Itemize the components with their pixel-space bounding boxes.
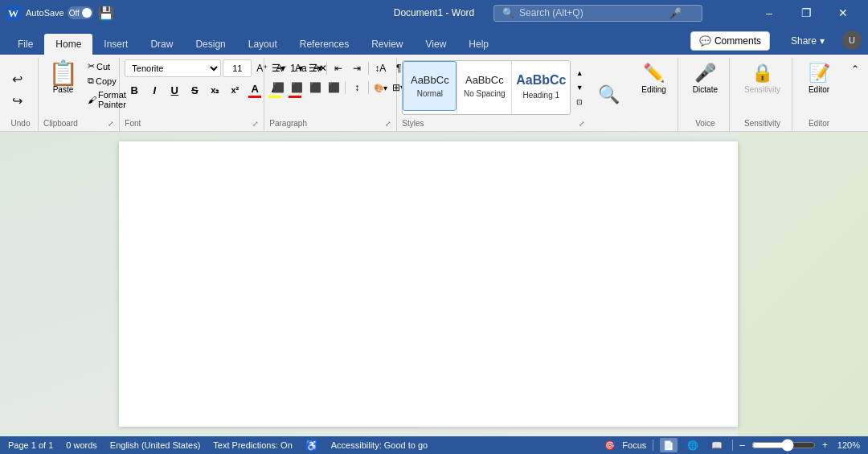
redo-button[interactable]: ↪ (8, 91, 27, 111)
tab-references[interactable]: References (289, 34, 360, 55)
document-area (0, 132, 868, 436)
style-normal[interactable]: AaBbCc Normal (403, 61, 457, 111)
autosave-label: AutoSave (26, 8, 64, 18)
tab-insert[interactable]: Insert (92, 34, 139, 55)
accessibility-status[interactable]: Accessibility: Good to go (331, 440, 428, 450)
editing-button[interactable]: ✏️ Editing (635, 59, 673, 97)
clipboard-expand-icon[interactable]: ⤢ (108, 120, 114, 128)
tab-file[interactable]: File (6, 34, 44, 55)
search-icon: 🔍 (502, 7, 514, 18)
para-divider4 (368, 81, 369, 94)
increase-indent-button[interactable]: ⇥ (348, 59, 366, 77)
shading-button[interactable]: 🎨▾ (371, 79, 389, 96)
microphone-icon[interactable]: 🎤 (669, 7, 682, 19)
paste-button[interactable]: 📋 Paste (43, 59, 83, 96)
comments-label: Comments (714, 35, 761, 47)
strikethrough-button[interactable]: S (185, 80, 204, 100)
subscript-button[interactable]: x₂ (205, 80, 224, 100)
tab-home[interactable]: Home (44, 34, 92, 55)
text-predictions[interactable]: Text Predictions: On (213, 440, 292, 450)
multilevel-button[interactable]: ☰▾ (306, 59, 324, 77)
editor-group-label: Editor (800, 117, 837, 131)
paste-icon: 📋 (48, 61, 78, 85)
align-right-button[interactable]: ⬛ (306, 79, 324, 96)
restore-button[interactable]: ❐ (788, 0, 825, 26)
tab-review[interactable]: Review (360, 34, 414, 55)
minimize-button[interactable]: – (751, 0, 788, 26)
tab-view[interactable]: View (415, 34, 458, 55)
ribbon-tabs: File Home Insert Draw Design Layout Refe… (0, 26, 868, 55)
ribbon-group-editing: ✏️ Editing (630, 58, 678, 131)
style-no-spacing[interactable]: AaBbCc No Spacing (457, 61, 511, 111)
editor-button[interactable]: 📝 Editor (800, 59, 837, 97)
read-view-button[interactable]: 📖 (708, 438, 726, 452)
superscript-button[interactable]: x² (225, 80, 244, 100)
para-divider3 (345, 81, 346, 94)
styles-more[interactable]: ⊡ (574, 95, 585, 109)
paragraph-expand-icon[interactable]: ⤢ (385, 120, 391, 128)
line-spacing-button[interactable]: ↕ (348, 79, 366, 96)
save-icon[interactable]: 💾 (98, 6, 114, 21)
font-family-select[interactable]: Tenorite (125, 59, 221, 77)
comments-button[interactable]: 💬 Comments (690, 31, 770, 51)
svg-text:W: W (8, 7, 18, 19)
tab-draw[interactable]: Draw (139, 34, 184, 55)
sensitivity-button[interactable]: 🔒 Sensitivity (738, 59, 787, 97)
underline-button[interactable]: U (165, 80, 184, 100)
font-color-button[interactable]: A (245, 80, 264, 100)
dictate-icon: 🎤 (694, 63, 716, 84)
align-center-button[interactable]: ⬛ (288, 79, 305, 96)
focus-icon[interactable]: 🎯 (604, 440, 616, 451)
clipboard-group-label: Clipboard ⤢ (43, 117, 114, 131)
italic-button[interactable]: I (145, 80, 164, 100)
zoom-out-icon[interactable]: – (739, 440, 745, 451)
sort-button[interactable]: ↕A (371, 59, 389, 77)
statusbar-separator2 (732, 440, 733, 451)
search-bar[interactable]: 🔍 🎤 (493, 5, 702, 22)
autosave-toggle[interactable]: AutoSave Off (26, 6, 93, 19)
language[interactable]: English (United States) (110, 440, 201, 450)
close-button[interactable]: ✕ (825, 0, 862, 26)
document-title: Document1 - Word (394, 7, 474, 18)
search-input[interactable] (519, 7, 664, 18)
ribbon-group-clipboard: 📋 Paste ✂ Cut ⧉ Copy 🖌 Format Painter C (39, 58, 120, 131)
autosave-switch[interactable]: Off (68, 6, 93, 19)
tab-design[interactable]: Design (184, 34, 236, 55)
toggle-knob (82, 8, 92, 18)
zoom-in-icon[interactable]: + (822, 440, 828, 451)
focus-label[interactable]: Focus (622, 440, 646, 450)
collapse-ribbon-button[interactable]: ⌃ (847, 61, 863, 77)
titlebar: W AutoSave Off 💾 Document1 - Word 🔍 🎤 – … (0, 0, 868, 26)
para-row2: ⬛ ⬛ ⬛ ⬛ ↕ 🎨▾ ⊞▾ (269, 79, 407, 96)
bold-button[interactable]: B (125, 80, 144, 100)
document-page[interactable] (119, 141, 738, 427)
find-icon: 🔍 (598, 84, 620, 105)
para-row1: ☰▾ 1.▾ ☰▾ ⇤ ⇥ ↕A ¶ (269, 59, 407, 77)
para-divider2 (368, 62, 369, 75)
styles-scroll-down[interactable]: ▼ (574, 80, 585, 95)
tab-help[interactable]: Help (457, 34, 500, 55)
align-left-button[interactable]: ⬛ (269, 79, 287, 96)
web-view-button[interactable]: 🌐 (684, 438, 702, 452)
share-button[interactable]: Share ▾ (780, 32, 836, 50)
undo-button[interactable]: ↩ (8, 69, 27, 89)
bullets-button[interactable]: ☰▾ (269, 59, 287, 77)
dictate-button[interactable]: 🎤 Dictate (686, 59, 724, 97)
styles-expand-icon[interactable]: ⤢ (579, 120, 585, 128)
justify-button[interactable]: ⬛ (325, 79, 342, 96)
styles-scroll-up[interactable]: ▲ (574, 66, 585, 80)
editor-icon: 📝 (809, 63, 830, 84)
user-avatar[interactable]: U (842, 31, 862, 50)
paragraph-group-label: Paragraph ⤢ (269, 117, 391, 131)
tab-layout[interactable]: Layout (237, 34, 289, 55)
ribbon-collapse-area: ⌃ (845, 58, 865, 131)
font-size-input[interactable] (223, 59, 252, 77)
zoom-slider[interactable] (751, 439, 816, 452)
zoom-percent[interactable]: 120% (834, 440, 860, 450)
font-expand-icon[interactable]: ⤢ (252, 120, 259, 128)
print-view-button[interactable]: 📄 (660, 438, 678, 452)
find-button[interactable]: 🔍 (590, 58, 627, 131)
numbering-button[interactable]: 1.▾ (288, 59, 305, 77)
decrease-indent-button[interactable]: ⇤ (330, 59, 347, 77)
style-heading1[interactable]: AaBbCc Heading 1 (512, 61, 570, 111)
